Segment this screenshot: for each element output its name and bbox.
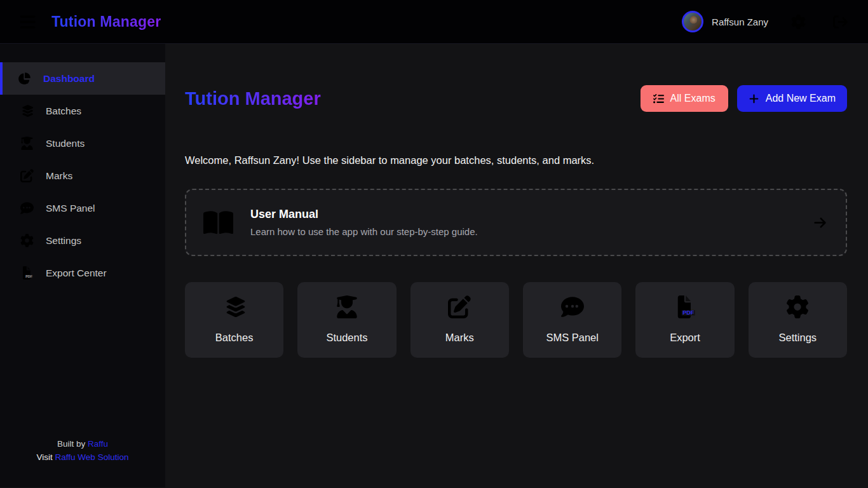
comment-icon <box>20 201 34 215</box>
tile-batches[interactable]: Batches <box>185 282 283 358</box>
sidebar-item-dashboard[interactable]: Dashboard <box>0 62 165 95</box>
visit-text: Visit <box>37 452 53 462</box>
built-by-link[interactable]: Raffu <box>88 439 108 449</box>
file-pdf-icon <box>674 295 696 318</box>
chart-pie-icon <box>18 72 31 85</box>
user-avatar[interactable] <box>682 11 703 32</box>
sidebar-item-label: Dashboard <box>43 73 95 85</box>
layers-icon <box>223 295 246 318</box>
gear-icon <box>786 295 809 318</box>
user-manual-description: Learn how to use the app with our step-b… <box>250 226 478 237</box>
tile-students[interactable]: Students <box>297 282 396 358</box>
book-open-icon <box>203 208 233 238</box>
add-new-exam-label: Add New Exam <box>766 93 836 104</box>
welcome-message: Welcome, Raffsun Zany! Use the sidebar t… <box>185 154 847 166</box>
arrow-right-icon <box>813 216 827 229</box>
all-exams-label: All Exams <box>670 93 715 104</box>
sidebar: Dashboard Batches Students Marks SMS Pan… <box>0 44 165 487</box>
sidebar-item-label: Marks <box>46 170 72 182</box>
visit-line: Visit Raffu Web Solution <box>0 451 165 464</box>
tile-label: Marks <box>445 332 474 344</box>
sidebar-footer: Built by Raffu Visit Raffu Web Solution <box>0 437 165 487</box>
comment-icon <box>561 295 584 318</box>
tile-marks[interactable]: Marks <box>410 282 509 358</box>
logout-icon[interactable] <box>833 15 848 29</box>
built-by-line: Built by Raffu <box>0 437 165 451</box>
settings-gear-icon[interactable] <box>791 15 806 29</box>
main-content: Tution Manager All Exams Add New Exam We… <box>165 44 868 487</box>
file-pdf-icon <box>20 266 34 280</box>
tile-sms-panel[interactable]: SMS Panel <box>523 282 621 358</box>
student-icon <box>20 137 34 150</box>
sidebar-item-label: Export Center <box>46 268 107 279</box>
sidebar-item-marks[interactable]: Marks <box>0 159 165 192</box>
user-manual-title: User Manual <box>250 208 478 221</box>
sidebar-item-label: SMS Panel <box>46 203 95 214</box>
top-header: Tution Manager Raffsun Zany <box>0 0 868 44</box>
sidebar-item-label: Settings <box>46 235 81 247</box>
sidebar-item-export-center[interactable]: Export Center <box>0 257 165 289</box>
quick-access-grid: Batches Students Marks SMS Panel Export … <box>185 282 847 358</box>
app-title: Tution Manager <box>51 13 161 30</box>
tile-label: Students <box>326 332 367 344</box>
gear-icon <box>20 234 34 247</box>
sidebar-item-sms-panel[interactable]: SMS Panel <box>0 192 165 224</box>
list-check-icon <box>653 93 664 104</box>
student-icon <box>336 295 358 318</box>
edit-icon <box>448 295 471 318</box>
sidebar-item-batches[interactable]: Batches <box>0 95 165 127</box>
tile-label: Batches <box>215 332 254 344</box>
edit-icon <box>20 169 34 182</box>
sidebar-item-label: Students <box>46 138 85 149</box>
hamburger-menu-icon[interactable] <box>19 13 36 30</box>
layers-icon <box>20 104 34 118</box>
tile-label: SMS Panel <box>546 332 599 344</box>
add-new-exam-button[interactable]: Add New Exam <box>737 85 847 112</box>
user-name: Raffsun Zany <box>712 17 768 27</box>
plus-icon <box>749 93 759 104</box>
user-manual-card[interactable]: User Manual Learn how to use the app wit… <box>185 189 847 256</box>
tile-label: Export <box>670 332 700 344</box>
visit-link[interactable]: Raffu Web Solution <box>55 452 129 462</box>
tile-export[interactable]: Export <box>635 282 734 358</box>
sidebar-item-settings[interactable]: Settings <box>0 224 165 257</box>
built-by-text: Built by <box>57 439 85 449</box>
tile-settings[interactable]: Settings <box>749 282 847 358</box>
page-title: Tution Manager <box>185 88 321 109</box>
all-exams-button[interactable]: All Exams <box>641 85 728 112</box>
tile-label: Settings <box>779 332 817 344</box>
sidebar-item-students[interactable]: Students <box>0 127 165 159</box>
sidebar-item-label: Batches <box>46 105 81 117</box>
